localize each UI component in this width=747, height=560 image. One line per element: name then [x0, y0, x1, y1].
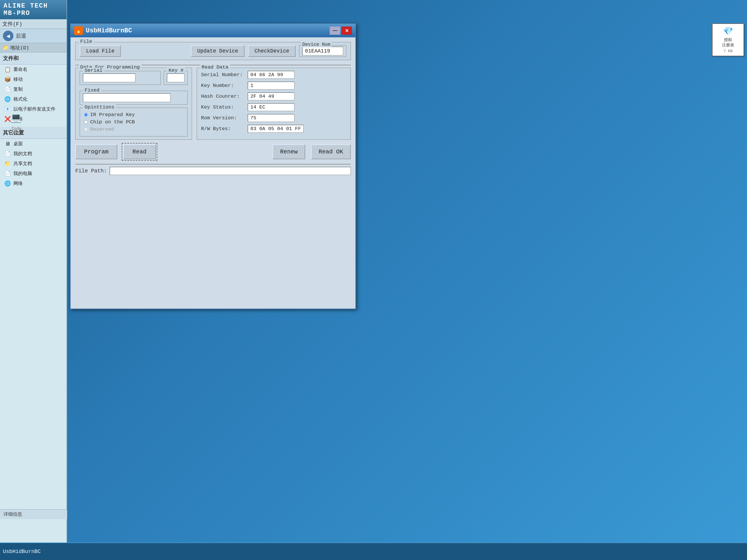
renew-button[interactable]: Renew	[273, 144, 305, 159]
radio-chip-input[interactable]	[84, 120, 88, 124]
detail-section: 详细信息	[0, 509, 67, 519]
file-path-label: File Path:	[75, 168, 107, 174]
mydocs-icon: 📄	[4, 150, 11, 157]
shared-label: 共享文档	[14, 161, 32, 167]
taskbar: UsbHidBurnBC	[0, 542, 747, 560]
rom-version-label: Rom Version:	[201, 115, 248, 121]
explorer-header: ALINE TECH MB-PRO	[0, 0, 67, 19]
device-num-label: Device Num	[301, 42, 332, 47]
check-device-button[interactable]: CheckDevice	[248, 45, 295, 57]
rom-version-row: Rom Version: 75	[201, 114, 346, 122]
format-label: 格式化	[14, 96, 27, 102]
move-icon: 📦	[4, 76, 11, 83]
section1-label: 文件和	[0, 53, 67, 64]
window-titlebar: 🔥 UsbHidBurnBC — ✕	[71, 24, 355, 37]
file-row: Load File Update Device CheckDevice Devi…	[80, 45, 346, 57]
dialog-title: UsbHidBurnBC	[86, 27, 132, 34]
explorer-back[interactable]: ◀ 后退	[0, 29, 67, 43]
read-data-section: Read Data Serial Number: 04 66 2A 99 Key…	[197, 68, 351, 140]
serial-label: Serial	[83, 68, 104, 73]
read-ok-button[interactable]: Read OK	[311, 144, 351, 159]
rw-bytes-row: R/W Bytes: 83 0A 05 04 01 FF	[201, 125, 346, 133]
sidebar-item-shared[interactable]: 📁 共享文档	[0, 159, 67, 168]
radio-reserved-label: Reserved	[90, 127, 114, 132]
file-path-row: File Path:	[75, 167, 351, 175]
desktop-label: 桌面	[14, 141, 23, 147]
explorer-menubar[interactable]: 文件(F)	[0, 19, 67, 29]
auth-card: 💎 授权注册表 7 KB	[712, 23, 744, 56]
address-text: 地址(D)	[10, 44, 29, 51]
mypc-label: 我的电脑	[14, 170, 32, 177]
copy-icon: 📄	[4, 86, 11, 93]
sidebar-item-rename[interactable]: 📋 重命名	[0, 64, 67, 74]
titlebar-icon: 🔥	[74, 26, 83, 35]
app-icon-img: 💻	[9, 111, 23, 125]
rename-icon: 📋	[4, 66, 11, 73]
back-label: 后退	[16, 32, 26, 39]
network-label: 网络	[14, 181, 23, 187]
main-window: 🔥 UsbHidBurnBC — ✕ File Load File Update…	[70, 23, 356, 309]
copy-label: 复制	[14, 86, 23, 92]
network-icon: 🌐	[4, 180, 11, 187]
update-device-button[interactable]: Update Device	[191, 45, 244, 57]
serial-input[interactable]	[83, 74, 135, 82]
fixed-label: Fixed	[83, 87, 101, 93]
move-label: 移动	[14, 76, 23, 83]
options-label: Opinttions	[83, 104, 116, 110]
format-icon: 🌐	[4, 96, 11, 103]
sidebar-item-format[interactable]: 🌐 格式化	[0, 94, 67, 104]
explorer-panel: ALINE TECH MB-PRO 文件(F) ◀ 后退 📁 地址(D) 文件和…	[0, 0, 67, 542]
sidebar-item-network[interactable]: 🌐 网络	[0, 179, 67, 188]
key-number-row: Key Number: 1	[201, 82, 346, 89]
radio-ir-prepared[interactable]: IR Prepared Key	[84, 112, 183, 117]
auth-size: 7 KB	[716, 49, 740, 53]
rename-label: 重命名	[14, 66, 27, 73]
key-label: Key #	[167, 68, 185, 73]
radio-chip-pcb[interactable]: Chip on the PCB	[84, 119, 183, 125]
read-data-label: Read Data	[200, 64, 230, 70]
taskbar-item[interactable]: UsbHidBurnBC	[3, 549, 41, 555]
key-subsection: Key #	[164, 71, 188, 85]
rw-bytes-value: 83 0A 05 04 01 FF	[248, 125, 304, 133]
explorer-address[interactable]: 📁 地址(D)	[0, 43, 67, 53]
sidebar-item-mydocs[interactable]: 📄 我的文档	[0, 149, 67, 159]
sidebar-item-move[interactable]: 📦 移动	[0, 74, 67, 84]
minimize-button[interactable]: —	[330, 27, 340, 35]
auth-label: 授权注册表	[716, 37, 740, 48]
key-status-row: Key Status: 14 EC	[201, 103, 346, 111]
serial-number-label: Serial Number:	[201, 72, 248, 78]
key-status-value: 14 EC	[248, 103, 294, 111]
sidebar-item-mypc[interactable]: 📄 我的电脑	[0, 168, 67, 179]
fixed-subsection: Fixed	[80, 91, 188, 105]
hash-counter-row: Hash Counrer: 2F 04 49	[201, 92, 346, 100]
auth-icon: 💎	[716, 26, 740, 36]
rw-bytes-label: R/W Bytes:	[201, 126, 248, 132]
file-path-input[interactable]	[110, 167, 351, 175]
titlebar-left: 🔥 UsbHidBurnBC	[74, 26, 132, 35]
bottom-buttons: Program Read Renew Read OK	[75, 144, 351, 159]
radio-chip-label: Chip on the PCB	[90, 119, 135, 125]
key-number-label: Key Number:	[201, 83, 248, 88]
detail-label: 详细信息	[3, 512, 22, 517]
radio-ir-input[interactable]	[84, 113, 88, 117]
address-label: 📁	[2, 45, 8, 51]
load-file-button[interactable]: Load File	[80, 45, 121, 57]
fixed-input[interactable]	[83, 93, 171, 102]
key-number-value: 1	[248, 82, 294, 89]
sidebar-item-desktop[interactable]: 🖥 桌面	[0, 139, 67, 149]
shared-icon: 📁	[4, 160, 11, 167]
file-section-label: File	[78, 39, 94, 44]
program-button[interactable]: Program	[75, 144, 117, 159]
middle-row: Data For Programming Serial Key #	[75, 68, 351, 140]
serial-number-row: Serial Number: 04 66 2A 99	[201, 71, 346, 79]
data-prog-section: Data For Programming Serial Key #	[75, 68, 192, 140]
key-input[interactable]	[167, 74, 184, 82]
read-button[interactable]: Read	[123, 144, 156, 159]
device-num-group: Device Num	[299, 45, 346, 57]
sidebar-item-copy[interactable]: 📄 复制	[0, 84, 67, 94]
radio-reserved-input	[84, 128, 88, 131]
device-num-input[interactable]	[302, 47, 343, 55]
serial-subsection: Serial	[80, 71, 161, 85]
desktop-app-icon[interactable]: 💻 CodePro	[3, 111, 29, 135]
close-button[interactable]: ✕	[341, 27, 352, 35]
